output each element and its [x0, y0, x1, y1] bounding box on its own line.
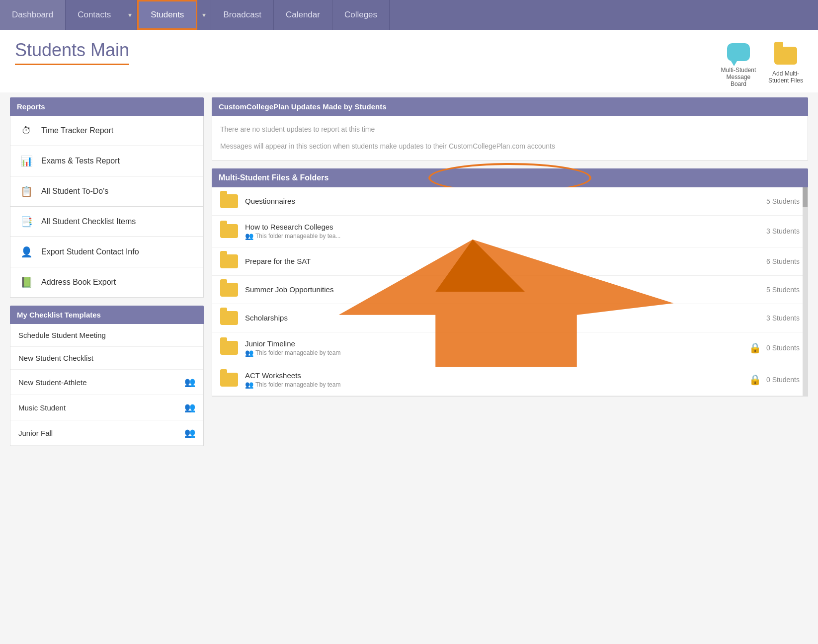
file-scholarships-info: Scholarships: [245, 314, 766, 322]
checklist-junior-fall-label: Junior Fall: [18, 429, 53, 437]
team-icon-junior: 👥: [184, 427, 195, 438]
folder-icon-questionnaires: [220, 194, 238, 208]
checklist-junior-fall[interactable]: Junior Fall 👥: [10, 420, 203, 446]
no-updates-message: There are no student updates to report a…: [220, 124, 800, 135]
updates-will-appear-message: Messages will appear in this section whe…: [220, 141, 800, 152]
checklist-new-student-label: New Student Checklist: [18, 354, 93, 362]
files-section-label: Multi-Student Files & Folders: [219, 173, 328, 182]
file-act-sub: 👥 This folder manageable by team: [245, 381, 749, 389]
reports-section-header: Reports: [10, 97, 204, 116]
files-list: Questionnaires 5 Students How to Researc…: [212, 187, 808, 397]
page-title: Students Main: [15, 40, 129, 65]
file-questionnaires[interactable]: Questionnaires 5 Students: [212, 187, 808, 216]
files-scrollbar[interactable]: [803, 187, 808, 396]
checklist-templates-list: Schedule Student Meeting New Student Che…: [10, 324, 204, 446]
file-sat-count: 6 Students: [766, 257, 800, 265]
file-act-count: 0 Students: [766, 376, 800, 384]
left-panel: Reports ⏱ Time Tracker Report 📊 Exams & …: [10, 97, 204, 446]
folder-icon-summer: [220, 283, 238, 297]
file-questionnaires-name: Questionnaires: [245, 197, 766, 205]
file-timeline-count: 0 Students: [766, 344, 800, 352]
team-manageable-icon-2: 👥: [245, 349, 253, 357]
report-all-checklist-label: All Student Checklist Items: [41, 217, 136, 226]
checklist-templates-section: My Checklist Templates Schedule Student …: [10, 306, 204, 446]
file-summer-job[interactable]: Summer Job Opportunities 5 Students: [212, 276, 808, 304]
file-questionnaires-count: 5 Students: [766, 197, 800, 205]
folder-icon-research: [220, 224, 238, 238]
file-summer-name: Summer Job Opportunities: [245, 285, 766, 294]
message-board-icon: [727, 43, 750, 61]
report-exams-tests-label: Exams & Tests Report: [41, 157, 120, 165]
checklist-music-student-label: Music Student: [18, 403, 66, 412]
lock-icon-timeline: 🔒: [749, 342, 761, 354]
report-exams-tests[interactable]: 📊 Exams & Tests Report: [10, 146, 204, 176]
report-time-tracker-label: Time Tracker Report: [41, 126, 113, 135]
file-act-worksheets[interactable]: ACT Worksheets 👥 This folder manageable …: [212, 364, 808, 396]
contacts-chevron[interactable]: ▾: [123, 0, 137, 30]
checklist-templates-header: My Checklist Templates: [10, 306, 204, 324]
updates-section-header: CustomCollegePlan Updates Made by Studen…: [212, 97, 808, 116]
file-act-info: ACT Worksheets 👥 This folder manageable …: [245, 371, 749, 389]
report-time-tracker[interactable]: ⏱ Time Tracker Report: [10, 116, 204, 146]
nav-contacts[interactable]: Contacts: [66, 0, 123, 30]
nav-colleges[interactable]: Colleges: [332, 0, 390, 30]
checklist-new-student[interactable]: New Student Checklist: [10, 347, 203, 370]
file-research-count: 3 Students: [766, 227, 800, 235]
message-board-label: Multi-StudentMessage Board: [719, 67, 758, 87]
add-files-icon: [774, 47, 797, 65]
file-research-sub: 👥 This folder manageable by tea...: [245, 232, 766, 240]
file-sat-info: Prepare for the SAT: [245, 257, 766, 265]
file-timeline-info: Junior Timeline 👥 This folder manageable…: [245, 339, 749, 357]
updates-box: There are no student updates to report a…: [212, 116, 808, 161]
file-questionnaires-info: Questionnaires: [245, 197, 766, 205]
file-act-name: ACT Worksheets: [245, 371, 749, 380]
right-panel: CustomCollegePlan Updates Made by Studen…: [212, 97, 808, 446]
file-summer-count: 5 Students: [766, 286, 800, 294]
exams-tests-icon: 📊: [18, 153, 34, 169]
file-timeline-sub: 👥 This folder manageable by team: [245, 349, 749, 357]
add-multi-student-files-button[interactable]: Add Multi-Student Files: [768, 43, 803, 84]
add-files-label: Add Multi-Student Files: [768, 70, 803, 84]
team-manageable-icon: 👥: [245, 232, 253, 240]
nav-students[interactable]: Students: [137, 0, 197, 30]
multi-student-message-board-button[interactable]: Multi-StudentMessage Board: [719, 40, 758, 87]
files-scrollbar-thumb[interactable]: [803, 187, 808, 207]
file-junior-timeline[interactable]: Junior Timeline 👥 This folder manageable…: [212, 332, 808, 364]
report-all-checklist[interactable]: 📑 All Student Checklist Items: [10, 207, 204, 237]
nav-calendar[interactable]: Calendar: [274, 0, 332, 30]
report-address-book[interactable]: 📗 Address Book Export: [10, 267, 204, 298]
file-scholarships-count: 3 Students: [766, 314, 800, 322]
file-scholarships[interactable]: Scholarships 3 Students: [212, 304, 808, 332]
checklist-schedule-meeting[interactable]: Schedule Student Meeting: [10, 324, 203, 347]
file-timeline-name: Junior Timeline: [245, 339, 749, 348]
report-export-contact-label: Export Student Contact Info: [41, 247, 139, 256]
folder-icon-act: [220, 373, 238, 387]
report-all-todos[interactable]: 📋 All Student To-Do's: [10, 176, 204, 207]
file-research-colleges[interactable]: How to Research Colleges 👥 This folder m…: [212, 216, 808, 247]
export-contact-icon: 👤: [18, 244, 34, 260]
header-actions: Multi-StudentMessage Board Add Multi-Stu…: [719, 40, 803, 87]
folder-icon-timeline: [220, 341, 238, 355]
folder-icon-sat: [220, 254, 238, 268]
nav-dashboard[interactable]: Dashboard: [0, 0, 66, 30]
checklist-new-athlete[interactable]: New Student-Athlete 👥: [10, 370, 203, 395]
checklist-music-student[interactable]: Music Student 👥: [10, 395, 203, 420]
report-address-book-label: Address Book Export: [41, 278, 116, 287]
folder-icon-scholarships: [220, 311, 238, 325]
page-header: Students Main Multi-StudentMessage Board…: [0, 30, 818, 92]
file-prepare-sat[interactable]: Prepare for the SAT 6 Students: [212, 247, 808, 276]
students-chevron[interactable]: ▾: [197, 0, 211, 30]
all-todos-icon: 📋: [18, 183, 34, 199]
lock-icon-act: 🔒: [749, 374, 761, 386]
team-icon-athlete: 👥: [184, 377, 195, 388]
address-book-icon: 📗: [18, 274, 34, 290]
nav-broadcast[interactable]: Broadcast: [211, 0, 274, 30]
file-research-info: How to Research Colleges 👥 This folder m…: [245, 223, 766, 240]
report-export-contact[interactable]: 👤 Export Student Contact Info: [10, 237, 204, 267]
file-summer-info: Summer Job Opportunities: [245, 285, 766, 294]
checklist-schedule-meeting-label: Schedule Student Meeting: [18, 331, 106, 339]
time-tracker-icon: ⏱: [18, 123, 34, 139]
files-section-header: Multi-Student Files & Folders: [212, 168, 808, 187]
file-scholarships-name: Scholarships: [245, 314, 766, 322]
team-icon-music: 👥: [184, 402, 195, 413]
